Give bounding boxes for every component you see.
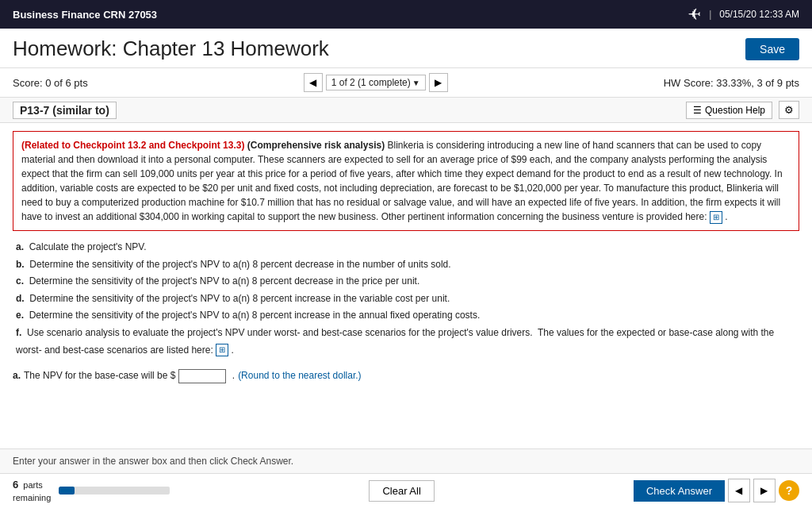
parts-remaining-label: 6 parts [13, 479, 51, 492]
question-help-label: Question Help [705, 105, 765, 116]
plane-icon: ✈ [688, 5, 701, 24]
top-nav: Business Finance CRN 27053 ✈ | 05/15/20 … [0, 0, 812, 29]
page-dropdown-arrow: ▼ [412, 79, 420, 87]
score-display: Score: 0 of 6 pts [13, 77, 88, 89]
progress-bar-fill [59, 487, 75, 495]
prev-question-button[interactable]: ◀ [728, 479, 750, 502]
help-icon: ? [786, 484, 793, 497]
main-content: (Related to Checkpoint 13.2 and Checkpoi… [0, 123, 812, 448]
next-question-button[interactable]: ▶ [753, 479, 776, 502]
part-e-item: e. Determine the sensitivity of the proj… [16, 307, 799, 325]
gear-button[interactable]: ⚙ [779, 101, 799, 119]
part-a-item: a. Calculate the project's NPV. [16, 239, 799, 256]
help-button[interactable]: ? [779, 480, 799, 501]
course-title: Business Finance CRN 27053 [13, 9, 157, 21]
answer-section: a. The NPV for the base-case will be $ .… [13, 368, 799, 383]
part-b-item: b. Determine the sensitivity of the proj… [16, 256, 799, 274]
top-nav-right: ✈ | 05/15/20 12:33 AM [688, 5, 799, 24]
save-button[interactable]: Save [745, 38, 799, 60]
parts-list: a. Calculate the project's NPV. b. Deter… [13, 239, 799, 359]
table-icon-1[interactable]: ⊞ [710, 211, 722, 224]
parts-remaining-container: 6 parts remaining [13, 479, 51, 503]
bottom-status-bar: Enter your answer in the answer box and … [0, 448, 812, 473]
clear-all-button[interactable]: Clear All [369, 480, 434, 502]
round-note: (Round to the nearest dollar.) [238, 368, 361, 383]
part-c-item: c. Determine the sensitivity of the proj… [16, 273, 799, 291]
hw-score: HW Score: 33.33%, 3 of 9 pts [664, 77, 799, 89]
question-bar: P13-7 (similar to) ☰ Question Help ⚙ [0, 98, 812, 123]
remaining-word: remaining [13, 492, 51, 503]
part-d-item: d. Determine the sensitivity of the proj… [16, 291, 799, 308]
question-id: P13-7 (similar to) [13, 102, 117, 119]
table-icon-2[interactable]: ⊞ [216, 344, 228, 356]
action-bar-center: Clear All [369, 480, 434, 502]
action-bar: 6 parts remaining Clear All Check Answer… [0, 473, 812, 508]
list-icon: ☰ [693, 105, 702, 116]
answer-row-a: a. The NPV for the base-case will be $ .… [13, 368, 799, 383]
progress-bar [59, 487, 170, 495]
answer-prompt: The NPV for the base-case will be $ [24, 368, 175, 383]
question-help-button[interactable]: ☰ Question Help [686, 102, 772, 119]
prev-page-button[interactable]: ◀ [304, 73, 323, 92]
answer-part-label: a. [13, 368, 21, 383]
next-page-button[interactable]: ▶ [429, 73, 448, 92]
page-header: Homework: Chapter 13 Homework Save [0, 29, 812, 68]
nav-divider: | [709, 9, 711, 20]
parts-number: 6 [13, 479, 18, 491]
check-answer-button[interactable]: Check Answer [634, 480, 725, 502]
action-bar-left: 6 parts remaining [13, 479, 170, 503]
gear-icon: ⚙ [784, 104, 794, 116]
answer-input[interactable] [178, 369, 226, 383]
problem-box: (Related to Checkpoint 13.2 and Checkpoi… [13, 131, 799, 231]
page-title: Homework: Chapter 13 Homework [13, 37, 329, 61]
action-bar-right: Check Answer ◀ ▶ ? [634, 479, 799, 502]
problem-checkpoint-ref: (Related to Checkpoint 13.2 and Checkpoi… [21, 140, 244, 151]
question-bar-right: ☰ Question Help ⚙ [686, 101, 799, 119]
page-indicator: 1 of 2 (1 complete) ▼ [326, 75, 426, 90]
score-nav: Score: 0 of 6 pts ◀ 1 of 2 (1 complete) … [0, 68, 812, 98]
answer-period: . [229, 368, 235, 383]
parts-word: parts [23, 480, 42, 490]
part-f-item: f. Use scenario analysis to evaluate the… [16, 325, 799, 359]
pagination: ◀ 1 of 2 (1 complete) ▼ ▶ [304, 73, 448, 92]
problem-title: (Comprehensive risk analysis) [247, 140, 385, 151]
page-text: 1 of 2 (1 complete) [331, 77, 411, 88]
datetime: 05/15/20 12:33 AM [719, 9, 799, 20]
problem-body: Blinkeria is considering introducing a n… [21, 140, 783, 222]
bottom-instruction: Enter your answer in the answer box and … [13, 456, 293, 467]
problem-period: . [725, 211, 727, 222]
